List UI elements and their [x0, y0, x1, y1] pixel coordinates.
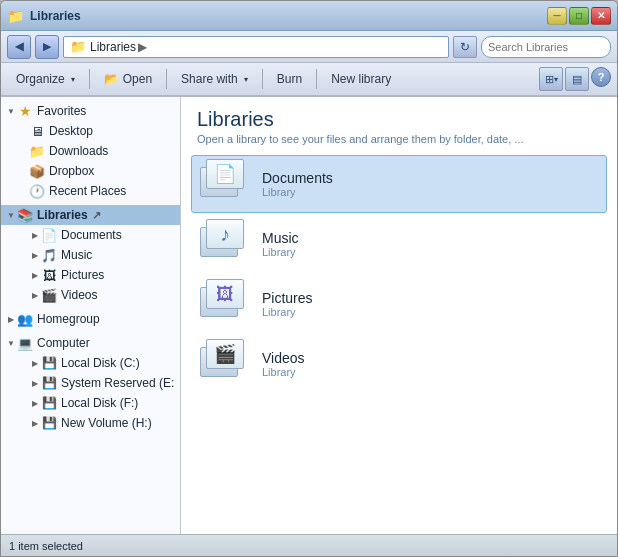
homegroup-expand: ▶: [5, 315, 17, 324]
content-subtitle: Open a library to see your files and arr…: [197, 133, 601, 145]
favorites-star-icon: ★: [17, 103, 33, 119]
share-dropdown-arrow: ▾: [244, 75, 248, 84]
organize-button[interactable]: Organize ▾: [7, 66, 84, 92]
sidebar-item-local-disk-c[interactable]: ▶ 💾 Local Disk (C:): [1, 353, 180, 373]
dropbox-label: Dropbox: [49, 164, 94, 178]
documents-icon-front: 📄: [206, 159, 244, 189]
sidebar-item-local-disk-f[interactable]: ▶ 💾 Local Disk (F:): [1, 393, 180, 413]
main-content: ▼ ★ Favorites 🖥 Desktop 📁 Downloads 📦: [1, 97, 617, 534]
back-button[interactable]: ◀: [7, 35, 31, 59]
vol-h-expand: ▶: [29, 419, 41, 428]
navigation-pane: ▼ ★ Favorites 🖥 Desktop 📁 Downloads 📦: [1, 97, 181, 534]
change-view-button[interactable]: ⊞ ▾: [539, 67, 563, 91]
sidebar-item-lib-music[interactable]: ▶ 🎵 Music: [1, 245, 180, 265]
libraries-expand-arrow: ▼: [5, 211, 17, 220]
address-path[interactable]: 📁 Libraries ▶: [63, 36, 449, 58]
minimize-button[interactable]: ─: [547, 7, 567, 25]
libraries-section: ▼ 📚 Libraries ↗ ▶ 📄 Documents ▶ 🎵 Music …: [1, 205, 180, 305]
sys-icon: 💾: [41, 375, 57, 391]
sidebar-item-new-volume[interactable]: ▶ 💾 New Volume (H:): [1, 413, 180, 433]
title-bar: 📁 Libraries ─ □ ✕: [1, 1, 617, 31]
toolbar-separator-4: [316, 69, 317, 89]
open-button[interactable]: 📂 Open: [95, 66, 161, 92]
help-label: ?: [598, 71, 605, 83]
explorer-window: 📁 Libraries ─ □ ✕ ◀ ▶ 📁 Libraries ▶ ↻ 🔍 …: [0, 0, 618, 557]
sidebar-item-system-reserved[interactable]: ▶ 💾 System Reserved (E:: [1, 373, 180, 393]
computer-icon: 💻: [17, 335, 33, 351]
videos-icon-front: 🎬: [206, 339, 244, 369]
toolbar-separator-2: [166, 69, 167, 89]
lib-documents-label: Documents: [61, 228, 122, 242]
pictures-name: Pictures: [262, 290, 313, 306]
lib-pictures-icon: 🖼: [41, 267, 57, 283]
library-item-documents[interactable]: 📄 Documents Library: [191, 155, 607, 213]
sidebar-item-libraries[interactable]: ▼ 📚 Libraries ↗: [1, 205, 180, 225]
window-title: Libraries: [30, 9, 81, 23]
lib-music-icon: 🎵: [41, 247, 57, 263]
sidebar-item-lib-videos[interactable]: ▶ 🎬 Videos: [1, 285, 180, 305]
path-root: Libraries: [90, 40, 136, 54]
local-disk-c-label: Local Disk (C:): [61, 356, 140, 370]
lib-documents-icon: 📄: [41, 227, 57, 243]
music-type: Library: [262, 246, 299, 258]
lib-videos-icon: 🎬: [41, 287, 57, 303]
disk-c-expand: ▶: [29, 359, 41, 368]
preview-pane-button[interactable]: ▤: [565, 67, 589, 91]
documents-name: Documents: [262, 170, 333, 186]
burn-button[interactable]: Burn: [268, 66, 311, 92]
favorites-section: ▼ ★ Favorites 🖥 Desktop 📁 Downloads 📦: [1, 101, 180, 201]
libraries-icon: 📚: [17, 207, 33, 223]
sidebar-item-homegroup[interactable]: ▶ 👥 Homegroup: [1, 309, 180, 329]
cursor-icon: ↗: [92, 209, 101, 222]
lib-music-label: Music: [61, 248, 92, 262]
organize-label: Organize: [16, 72, 65, 86]
library-item-music[interactable]: ♪ Music Library: [191, 215, 607, 273]
desktop-icon: 🖥: [29, 123, 45, 139]
library-item-videos[interactable]: 🎬 Videos Library: [191, 335, 607, 393]
share-label: Share with: [181, 72, 238, 86]
content-header: Libraries Open a library to see your fil…: [181, 97, 617, 151]
window-controls: ─ □ ✕: [547, 7, 611, 25]
videos-type: Library: [262, 366, 305, 378]
library-item-pictures[interactable]: 🖼 Pictures Library: [191, 275, 607, 333]
toolbar-separator-3: [262, 69, 263, 89]
videos-icon: 🎬: [214, 343, 236, 365]
pictures-icon: 🖼: [216, 284, 234, 305]
sidebar-item-lib-pictures[interactable]: ▶ 🖼 Pictures: [1, 265, 180, 285]
pictures-icon-front: 🖼: [206, 279, 244, 309]
forward-button[interactable]: ▶: [35, 35, 59, 59]
close-button[interactable]: ✕: [591, 7, 611, 25]
refresh-button[interactable]: ↻: [453, 36, 477, 58]
maximize-button[interactable]: □: [569, 7, 589, 25]
new-volume-label: New Volume (H:): [61, 416, 152, 430]
sidebar-item-recent-places[interactable]: 🕐 Recent Places: [1, 181, 180, 201]
dropbox-icon: 📦: [29, 163, 45, 179]
pictures-type: Library: [262, 306, 313, 318]
sidebar-item-lib-documents[interactable]: ▶ 📄 Documents: [1, 225, 180, 245]
lib-pictures-expand: ▶: [29, 271, 41, 280]
sidebar-item-computer[interactable]: ▼ 💻 Computer: [1, 333, 180, 353]
toolbar-separator-1: [89, 69, 90, 89]
desktop-label: Desktop: [49, 124, 93, 138]
new-library-button[interactable]: New library: [322, 66, 400, 92]
sidebar-item-downloads[interactable]: 📁 Downloads: [1, 141, 180, 161]
search-input[interactable]: [488, 41, 618, 53]
share-with-button[interactable]: Share with ▾: [172, 66, 257, 92]
lib-music-expand: ▶: [29, 251, 41, 260]
music-icon: ♪: [220, 223, 230, 246]
burn-label: Burn: [277, 72, 302, 86]
disk-f-icon: 💾: [41, 395, 57, 411]
sidebar-item-dropbox[interactable]: 📦 Dropbox: [1, 161, 180, 181]
favorites-header[interactable]: ▼ ★ Favorites: [1, 101, 180, 121]
sidebar-item-desktop[interactable]: 🖥 Desktop: [1, 121, 180, 141]
documents-thumb: 📄: [200, 159, 250, 209]
downloads-icon: 📁: [29, 143, 45, 159]
pane-icon: ▤: [572, 73, 582, 86]
disk-f-expand: ▶: [29, 399, 41, 408]
organize-dropdown-arrow: ▾: [71, 75, 75, 84]
help-button[interactable]: ?: [591, 67, 611, 87]
content-pane: Libraries Open a library to see your fil…: [181, 97, 617, 534]
lib-pictures-label: Pictures: [61, 268, 104, 282]
documents-icon: 📄: [214, 163, 236, 185]
favorites-expand-arrow: ▼: [5, 107, 17, 116]
